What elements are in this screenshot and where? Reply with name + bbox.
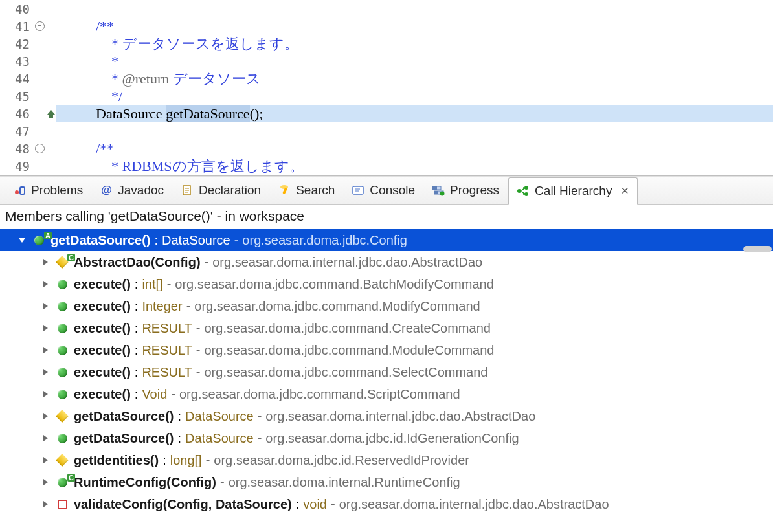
gutter-row: 43 bbox=[0, 52, 56, 70]
code-token: DataSource bbox=[96, 105, 166, 122]
member-name: getDataSource() bbox=[50, 233, 150, 248]
member-icon bbox=[54, 390, 70, 399]
expand-icon[interactable] bbox=[40, 456, 50, 464]
expand-icon[interactable] bbox=[40, 368, 50, 376]
tree-scrollbar[interactable] bbox=[743, 246, 772, 252]
code-line[interactable]: /** bbox=[56, 140, 773, 157]
search-icon bbox=[278, 184, 291, 197]
gutter-row: 48− bbox=[0, 140, 56, 157]
svg-rect-13 bbox=[432, 186, 437, 190]
gutter-row: 45 bbox=[0, 87, 56, 105]
code-line[interactable]: * @return データソース bbox=[56, 70, 773, 87]
hierarchy-node[interactable]: execute() : Void - org.seasar.doma.jdbc.… bbox=[0, 383, 773, 405]
tab-label: Progress bbox=[450, 183, 499, 197]
hierarchy-node[interactable]: execute() : RESULT - org.seasar.doma.jdb… bbox=[0, 339, 773, 361]
close-icon[interactable]: ✕ bbox=[621, 185, 629, 197]
code-line[interactable] bbox=[56, 122, 773, 140]
code-line[interactable]: * データソースを返します。 bbox=[56, 35, 773, 52]
svg-point-16 bbox=[440, 192, 445, 196]
tab-label: Problems bbox=[31, 183, 83, 197]
code-token: * RDBMSの方言を返します。 bbox=[111, 158, 304, 174]
expand-icon[interactable] bbox=[40, 346, 50, 354]
hierarchy-node[interactable]: AgetDataSource() : DataSource - org.seas… bbox=[0, 229, 773, 251]
expand-icon[interactable] bbox=[40, 412, 50, 420]
hierarchy-node[interactable]: execute() : RESULT - org.seasar.doma.jdb… bbox=[0, 361, 773, 383]
package-name: org.seasar.doma.internal.jdbc.dao.Abstra… bbox=[212, 255, 482, 270]
code-line[interactable]: /** bbox=[56, 17, 773, 35]
hierarchy-node[interactable]: validateConfig(Config, DataSource) : voi… bbox=[0, 493, 773, 515]
tab-javadoc[interactable]: @Javadoc bbox=[92, 177, 172, 203]
code-line[interactable]: * bbox=[56, 52, 773, 70]
override-icon bbox=[47, 110, 55, 118]
call-hierarchy-tree[interactable]: AgetDataSource() : DataSource - org.seas… bbox=[0, 229, 773, 515]
member-name: execute() bbox=[74, 299, 131, 314]
svg-marker-25 bbox=[43, 303, 48, 309]
expand-icon[interactable] bbox=[40, 478, 50, 486]
code-line[interactable]: * RDBMSの方言を返します。 bbox=[56, 157, 773, 175]
svg-marker-34 bbox=[43, 501, 48, 507]
svg-marker-26 bbox=[43, 325, 48, 331]
package-name: org.seasar.doma.jdbc.command.ModifyComma… bbox=[194, 299, 480, 314]
tab-problems[interactable]: Problems bbox=[5, 177, 91, 203]
hierarchy-node[interactable]: CRuntimeConfig(Config) - org.seasar.doma… bbox=[0, 471, 773, 493]
code-token: /** bbox=[96, 18, 114, 34]
line-number: 49 bbox=[0, 159, 32, 173]
call-hierarchy-title: Members calling 'getDataSource()' - in w… bbox=[0, 205, 773, 229]
hierarchy-node[interactable]: getDataSource() : DataSource - org.seasa… bbox=[0, 427, 773, 449]
expand-icon[interactable] bbox=[40, 434, 50, 442]
member-name: execute() bbox=[74, 365, 131, 380]
member-name: AbstractDao(Config) bbox=[74, 255, 201, 270]
code-editor[interactable]: 4041−42434445464748−49 /*** データソースを返します。… bbox=[0, 0, 773, 176]
fold-toggle[interactable]: − bbox=[32, 21, 47, 31]
tab-label: Declaration bbox=[199, 183, 261, 197]
svg-marker-27 bbox=[43, 347, 48, 353]
fold-toggle[interactable]: − bbox=[32, 144, 47, 153]
gutter-row: 49 bbox=[0, 157, 56, 175]
tab-progress[interactable]: Progress bbox=[424, 177, 507, 203]
hierarchy-node[interactable]: execute() : RESULT - org.seasar.doma.jdb… bbox=[0, 317, 773, 339]
problems-icon bbox=[13, 184, 26, 197]
badge-A: A bbox=[44, 232, 52, 239]
code-token: /** bbox=[96, 140, 114, 157]
gutter-row: 44 bbox=[0, 70, 56, 87]
hierarchy-node[interactable]: CAbstractDao(Config) - org.seasar.doma.i… bbox=[0, 251, 773, 273]
code-line[interactable] bbox=[56, 0, 773, 17]
svg-point-18 bbox=[524, 186, 528, 190]
hierarchy-node[interactable]: execute() : Integer - org.seasar.doma.jd… bbox=[0, 295, 773, 317]
hierarchy-node[interactable]: getDataSource() : DataSource - org.seasa… bbox=[0, 405, 773, 427]
tab-search[interactable]: Search bbox=[270, 177, 342, 203]
package-name: org.seasar.doma.internal.jdbc.dao.Abstra… bbox=[339, 497, 609, 512]
member-icon: C bbox=[54, 258, 70, 267]
expand-icon[interactable] bbox=[40, 390, 50, 398]
tab-label: Search bbox=[296, 183, 335, 197]
tab-declaration[interactable]: Declaration bbox=[173, 177, 269, 203]
expand-icon[interactable] bbox=[40, 302, 50, 310]
svg-marker-24 bbox=[43, 281, 48, 287]
expand-icon[interactable] bbox=[40, 324, 50, 332]
tab-callhierarchy[interactable]: Call Hierarchy✕ bbox=[508, 177, 638, 205]
code-token: getDataSource bbox=[166, 105, 250, 122]
return-type: RESULT bbox=[142, 343, 192, 358]
code-line[interactable]: */ bbox=[56, 87, 773, 105]
hierarchy-node[interactable]: execute() : int[] - org.seasar.doma.jdbc… bbox=[0, 273, 773, 295]
member-name: getDataSource() bbox=[74, 409, 174, 424]
code-token: */ bbox=[111, 88, 122, 104]
code-line[interactable]: DataSource getDataSource(); bbox=[56, 105, 773, 122]
hierarchy-node[interactable]: getIdentities() : long[] - org.seasar.do… bbox=[0, 449, 773, 471]
tab-console[interactable]: Console bbox=[344, 177, 423, 203]
badge-C: C bbox=[67, 254, 75, 261]
svg-marker-23 bbox=[43, 259, 48, 265]
fold-minus-icon: − bbox=[35, 144, 45, 153]
collapse-icon[interactable] bbox=[17, 236, 27, 244]
svg-point-7 bbox=[280, 185, 288, 189]
expand-icon[interactable] bbox=[40, 500, 50, 508]
expand-icon[interactable] bbox=[40, 258, 50, 266]
callhierarchy-icon bbox=[517, 184, 530, 197]
expand-icon[interactable] bbox=[40, 280, 50, 288]
member-icon bbox=[54, 324, 70, 333]
return-type: Integer bbox=[142, 299, 182, 314]
member-name: execute() bbox=[74, 321, 131, 336]
gutter-marker bbox=[47, 110, 56, 118]
package-name: org.seasar.doma.jdbc.command.BatchModify… bbox=[175, 277, 493, 292]
package-name: org.seasar.doma.internal.jdbc.dao.Abstra… bbox=[265, 409, 535, 424]
